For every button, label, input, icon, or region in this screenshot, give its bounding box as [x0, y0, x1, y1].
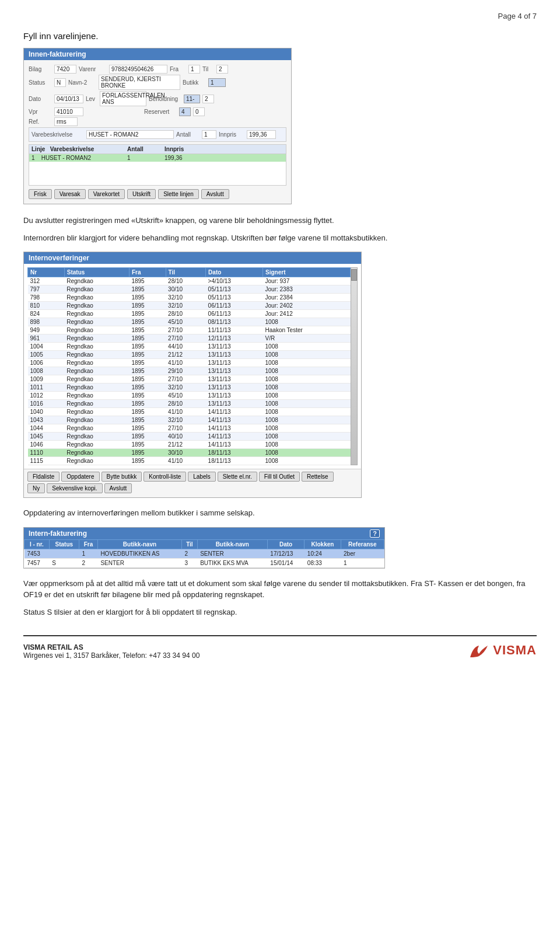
row-innpris: 199,36 [164, 155, 205, 161]
internovf-cell-status: Regndkao [64, 375, 129, 384]
if-cell-status [49, 549, 79, 558]
varekortet-button[interactable]: Varekortet [88, 189, 125, 199]
til-label: Til [202, 66, 214, 72]
if-window: Intern-fakturering ? I - nr. Status Fra … [23, 527, 385, 569]
internovf-cell-fra: 1895 [129, 408, 166, 416]
if-header-row: I - nr. Status Fra Butikk-navn Til Butik… [24, 539, 384, 549]
invoice-window: Innen-fakturering Bilag 7420 Varenr 9788… [23, 48, 292, 204]
row-antall: 1 [127, 155, 162, 161]
internovf-cell-fra: 1895 [129, 343, 166, 351]
internovf-cell-status: Regndkao [64, 384, 129, 392]
internovf-cell-til: 41/10 [166, 457, 206, 465]
internovf-table-row: 312Regndkao189528/10>4/10/13Jour: 937 [28, 277, 351, 285]
ny-button[interactable]: Ny [27, 483, 45, 493]
if-th-referanse: Referanse [341, 539, 384, 549]
internovf-cell-nr: 1009 [28, 375, 65, 384]
invoice-window-body: Bilag 7420 Varenr 9788249504626 Fra 1 Ti… [24, 60, 291, 204]
internovf-table-row: 1043Regndkao189532/1014/11/131008 [28, 416, 351, 424]
kontroll-liste-button[interactable]: Kontroll-liste [144, 472, 186, 482]
company-name: VISMA RETAIL AS [23, 643, 200, 651]
if-cell-inr: 7457 [24, 558, 50, 567]
labels-button[interactable]: Labels [188, 472, 215, 482]
internovf-cell-dato: 13/11/13 [206, 392, 263, 400]
paragraph3: Oppdatering av internoverføringen mellom… [23, 507, 537, 519]
internovf-cell-status: Regndkao [64, 302, 129, 310]
fldaliste-button[interactable]: Fldaliste [27, 472, 60, 482]
internovf-cell-fra: 1895 [129, 433, 166, 441]
internovf-cell-til: 45/10 [166, 318, 206, 326]
fra-label: Fra [170, 66, 186, 72]
internovf-cell-status: Regndkao [64, 416, 129, 424]
internovf-table-row: 898Regndkao189545/1008/11/131008 [28, 318, 351, 326]
internovf-cell-status: Regndkao [64, 392, 129, 400]
internovf-scrollbar[interactable] [351, 267, 358, 465]
vb-input: HUSET - ROMAN2 [86, 130, 174, 139]
fill-til-outlet-button[interactable]: Fill til Outlet [259, 472, 300, 482]
internovf-cell-signert: Haakon Tester [263, 326, 351, 334]
internovf-cell-fra: 1895 [129, 457, 166, 465]
help-icon[interactable]: ? [370, 529, 380, 538]
internovf-cell-status: Regndkao [64, 424, 129, 433]
internovf-btn-row1: Fldaliste Oppdatere Bytte butikk Kontrol… [27, 472, 358, 482]
vpr-value: 41010 [54, 107, 83, 116]
internovf-cell-fra: 1895 [129, 375, 166, 384]
internovf-cell-til: 27/10 [166, 375, 206, 384]
internovf-cell-dato: 13/11/13 [206, 375, 263, 384]
internovf-cell-signert: Jour: 937 [263, 277, 351, 285]
if-cell-til: 2 [182, 549, 198, 558]
internovf-cell-fra: 1895 [129, 359, 166, 367]
if-cell-butikknavn1: SENTER [97, 558, 181, 567]
bytte-butikk-button[interactable]: Bytte butikk [102, 472, 142, 482]
internovf-window: Internoverføringer Nr Status Fra Til Dat… [23, 252, 362, 498]
internovf-cell-fra: 1895 [129, 334, 166, 343]
ref-value: rms [54, 117, 78, 126]
reservert-value: 4 [179, 107, 191, 116]
internovf-cell-dato: 14/11/13 [206, 433, 263, 441]
if-titlebar: Intern-fakturering ? [24, 528, 384, 539]
lev-label: Lev [86, 96, 97, 102]
internovf-cell-status: Regndkao [64, 449, 129, 457]
internovf-btn-row2: Ny Sekvenslive kopi. Avslutt [27, 483, 358, 493]
internovf-cell-signert: 1008 [263, 449, 351, 457]
internovf-cell-dato: 14/11/13 [206, 408, 263, 416]
internovf-cell-status: Regndkao [64, 334, 129, 343]
internovf-cell-dato: >4/10/13 [206, 277, 263, 285]
internovf-cell-signert: 1008 [263, 384, 351, 392]
if-cell-klokken: 08:33 [304, 558, 341, 567]
forlag-value: FORLAGSSENTRALEN ANS [100, 91, 146, 106]
oppdatere-button[interactable]: Oppdatere [61, 472, 99, 482]
utskrift-button[interactable]: Utskrift [127, 189, 156, 199]
slette-elnr-button[interactable]: Slette el.nr. [218, 472, 257, 482]
sekvenslive-kopi-button[interactable]: Sekvenslive kopi. [47, 483, 102, 493]
avslutt2-button[interactable]: Avslutt [104, 483, 132, 493]
frisk-button[interactable]: Frisk [29, 189, 52, 199]
internovf-cell-nr: 798 [28, 294, 65, 302]
table-row: 1 HUSET - ROMAN2 1 199,36 [29, 154, 286, 162]
internovf-cell-fra: 1895 [129, 351, 166, 359]
page-number: Page 4 of 7 [23, 12, 537, 20]
internovf-cell-nr: 1012 [28, 392, 65, 400]
vb-header: Varebeskrivelse [32, 131, 84, 138]
navn-value: SENDERUD, KJERSTI BRONKE [99, 75, 180, 90]
internovf-cell-dato: 05/11/13 [206, 294, 263, 302]
rettelse-button[interactable]: Rettelse [302, 472, 334, 482]
internovf-cell-til: 30/10 [166, 285, 206, 294]
internovf-cell-signert: 1008 [263, 441, 351, 449]
invoice-titlebar: Innen-fakturering [24, 48, 291, 60]
internovf-table-row: 1009Regndkao189527/1013/11/131008 [28, 375, 351, 384]
avslutt-button[interactable]: Avslutt [201, 189, 229, 199]
varesak-button[interactable]: Varesak [54, 189, 86, 199]
internovf-cell-nr: 1046 [28, 441, 65, 449]
internovf-cell-signert: 1008 [263, 343, 351, 351]
if-th-klokken: Klokken [304, 539, 341, 549]
internovf-cell-signert: 1008 [263, 375, 351, 384]
internovf-cell-dato: 14/11/13 [206, 441, 263, 449]
varelinje-table: Linje Varebeskrivelse Antall Innpris 1 H… [29, 144, 286, 186]
internovf-cell-til: 41/10 [166, 408, 206, 416]
internovf-cell-nr: 824 [28, 310, 65, 318]
internovf-cell-signert: 1008 [263, 359, 351, 367]
internovf-cell-til: 41/10 [166, 359, 206, 367]
slette-linjen-button[interactable]: Slette linjen [158, 189, 199, 199]
internovf-cell-status: Regndkao [64, 441, 129, 449]
internovf-cell-til: 28/10 [166, 400, 206, 408]
